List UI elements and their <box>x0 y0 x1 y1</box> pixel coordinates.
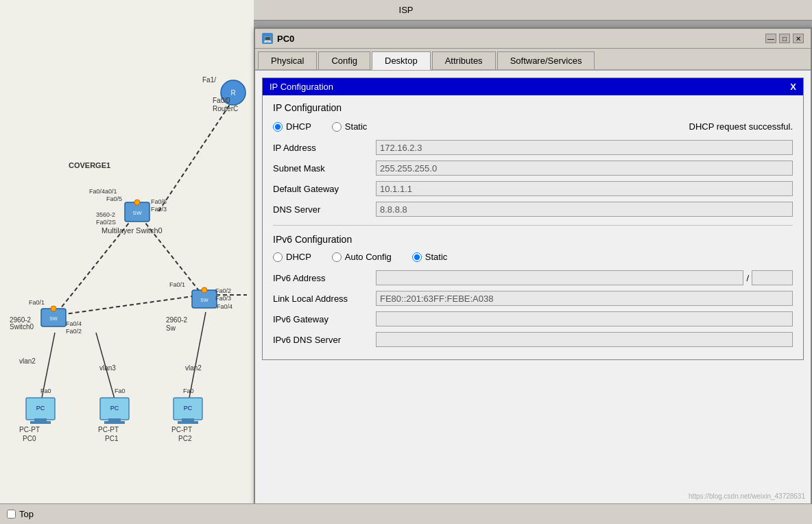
svg-text:Fa0: Fa0 <box>40 388 51 394</box>
link-local-row: Link Local Address <box>273 291 793 306</box>
svg-text:R: R <box>230 89 235 97</box>
svg-text:PC2: PC2 <box>178 435 192 442</box>
svg-text:SW: SW <box>200 298 208 302</box>
svg-rect-26 <box>182 418 194 421</box>
svg-point-29 <box>134 200 140 205</box>
ipv6-dhcp-radio-item: DHCP <box>273 252 311 262</box>
network-background: R SW SW SW PC PC PC Fa1/ Fa0/0 RouterC <box>0 0 254 524</box>
ipv6-static-radio[interactable] <box>412 252 422 262</box>
svg-text:3560-2: 3560-2 <box>96 211 115 218</box>
default-gateway-row: Default Gateway <box>273 181 793 196</box>
subnet-mask-row: Subnet Mask <box>273 160 793 176</box>
ip-address-input[interactable] <box>376 140 793 155</box>
ip-config-header-title: IP Configuration <box>270 82 333 92</box>
static-radio-item: Static <box>332 121 368 132</box>
svg-point-30 <box>51 306 56 311</box>
dialog-title-left: 💻 PC0 <box>262 33 294 44</box>
tab-physical[interactable]: Physical <box>258 51 317 69</box>
watermark: https://blog.csdn.net/weixin_43728631 <box>689 492 805 500</box>
svg-text:Switch0: Switch0 <box>10 323 34 331</box>
svg-text:Fa0/3: Fa0/3 <box>151 206 167 213</box>
tab-attributes[interactable]: Attributes <box>432 51 496 69</box>
svg-text:PC-PT: PC-PT <box>98 426 119 433</box>
svg-text:vlan2: vlan2 <box>19 357 36 365</box>
svg-text:PC: PC <box>36 405 45 412</box>
ipv6-dns-row: IPv6 DNS Server <box>273 332 793 347</box>
svg-text:PC: PC <box>110 405 119 412</box>
ipv6-static-radio-item: Static <box>412 252 448 262</box>
svg-text:Fa0/4: Fa0/4 <box>66 320 82 327</box>
ip-config-title: IP Configuration <box>273 102 793 113</box>
ip-config-window: IP Configuration X IP Configuration DHCP… <box>262 78 804 360</box>
ipv6-dns-input[interactable] <box>376 332 793 347</box>
svg-text:Fa0/4a0/1: Fa0/4a0/1 <box>89 188 117 195</box>
tab-software-services[interactable]: Software/Services <box>497 51 595 69</box>
tab-config[interactable]: Config <box>318 51 370 69</box>
tab-desktop[interactable]: Desktop <box>372 51 431 70</box>
svg-text:Fa0/3: Fa0/3 <box>215 295 231 302</box>
svg-text:Fa0/5: Fa0/5 <box>106 195 122 202</box>
dialog-title-text: PC0 <box>277 34 294 44</box>
maximize-button[interactable]: □ <box>779 34 790 43</box>
svg-rect-18 <box>34 418 47 421</box>
ipv6-section-title: IPv6 Configuration <box>273 234 793 245</box>
default-gateway-input[interactable] <box>376 181 793 196</box>
svg-text:Fa0/2: Fa0/2 <box>215 287 231 294</box>
svg-text:PC-PT: PC-PT <box>171 426 192 433</box>
dhcp-radio[interactable] <box>273 122 283 132</box>
content-area: IP Configuration X IP Configuration DHCP… <box>255 71 811 367</box>
svg-text:PC1: PC1 <box>105 435 119 442</box>
ipv6-slash: / <box>746 273 749 283</box>
subnet-mask-label: Subnet Mask <box>273 163 376 174</box>
svg-text:vlan3: vlan3 <box>99 364 116 372</box>
svg-rect-23 <box>104 421 125 424</box>
ip-address-label: IP Address <box>273 143 376 153</box>
svg-point-31 <box>202 287 207 293</box>
minimize-button[interactable]: — <box>765 34 776 43</box>
ipv6-prefix-input[interactable] <box>752 270 793 285</box>
close-button[interactable]: ✕ <box>793 34 804 43</box>
ipv6-static-label: Static <box>425 252 448 262</box>
svg-rect-19 <box>30 421 51 424</box>
default-gateway-label: Default Gateway <box>273 184 376 194</box>
svg-text:Fa0/1: Fa0/1 <box>29 299 45 306</box>
ipv6-autoconfig-radio[interactable] <box>332 252 342 262</box>
svg-text:RouterC: RouterC <box>213 105 238 112</box>
svg-text:Fa0: Fa0 <box>183 388 194 394</box>
dns-server-row: DNS Server <box>273 202 793 217</box>
top-checkbox[interactable] <box>7 510 16 519</box>
bottom-bar: Top <box>0 503 812 524</box>
top-checkbox-area: Top <box>7 509 34 519</box>
ip-config-body: IP Configuration DHCP Static DHCP reques… <box>263 95 803 359</box>
dns-server-input[interactable] <box>376 202 793 217</box>
ip-address-row: IP Address <box>273 140 793 155</box>
dns-server-label: DNS Server <box>273 204 376 215</box>
ip-config-header: IP Configuration X <box>263 78 803 95</box>
ipv6-dhcp-radio[interactable] <box>273 252 283 262</box>
static-radio[interactable] <box>332 122 342 132</box>
tabs-bar: Physical Config Desktop Attributes Softw… <box>255 49 811 71</box>
dhcp-label: DHCP <box>286 121 311 132</box>
link-local-label: Link Local Address <box>273 294 376 304</box>
svg-text:Fa0/2: Fa0/2 <box>66 328 82 335</box>
subnet-mask-input[interactable] <box>376 160 793 176</box>
dhcp-radio-item: DHCP <box>273 121 311 132</box>
svg-text:Fa0/2S: Fa0/2S <box>96 219 116 226</box>
svg-text:PC0: PC0 <box>23 435 36 442</box>
svg-text:Fa0/6: Fa0/6 <box>151 198 167 205</box>
svg-text:Fa1/: Fa1/ <box>202 76 216 84</box>
isp-title: ISP <box>399 5 414 15</box>
ip-config-close-button[interactable]: X <box>790 82 796 92</box>
link-local-input[interactable] <box>376 291 793 306</box>
svg-rect-22 <box>108 418 121 421</box>
ipv6-gateway-input[interactable] <box>376 311 793 326</box>
dhcp-status: DHCP request successful. <box>689 121 793 132</box>
top-label: Top <box>19 509 34 519</box>
svg-text:COVERGE1: COVERGE1 <box>69 161 110 169</box>
ipv6-autoconfig-radio-item: Auto Config <box>332 252 392 262</box>
ipv6-address-input[interactable] <box>376 270 743 285</box>
svg-text:2960-2: 2960-2 <box>166 316 188 324</box>
svg-text:PC-PT: PC-PT <box>19 426 40 433</box>
svg-text:Sw: Sw <box>166 324 176 332</box>
pc-icon: 💻 <box>262 33 273 44</box>
